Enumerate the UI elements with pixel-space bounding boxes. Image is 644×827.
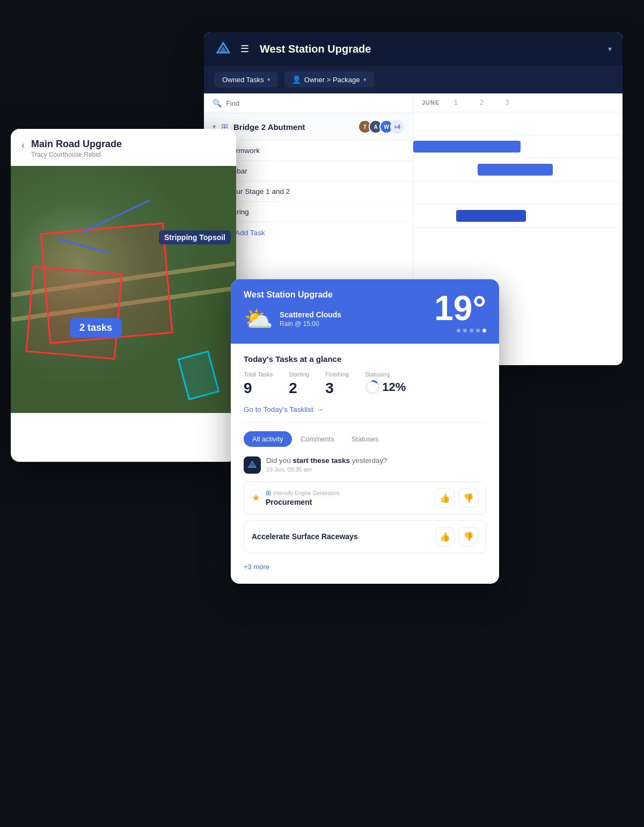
task-confirm-card: Accelerate Surface Raceways 👍 👎: [244, 520, 486, 553]
stat-label: Total Tasks: [244, 371, 273, 378]
map-card: ‹ Main Road Upgrade Tracy Courthouse Reb…: [11, 129, 236, 462]
avatar-group: T A W +4: [358, 120, 404, 134]
activity-text: Did you start these tasks yesterday?: [266, 456, 387, 465]
map-image: Stripping Topsoil 2 tasks: [11, 166, 236, 413]
group-title: Bridge 2 Abutment: [233, 122, 353, 132]
weather-temperature: 19°: [434, 291, 486, 325]
gantt-bar-row: [413, 205, 623, 228]
prompt-bold: start these tasks: [293, 456, 350, 465]
search-bar: 🔍: [204, 93, 413, 113]
add-task-label: Add Task: [235, 229, 265, 237]
stat-label: Statusing: [365, 371, 406, 378]
task-confirm-name: Procurement: [266, 498, 430, 506]
search-input[interactable]: [226, 99, 404, 107]
task-confirm-name: Accelerate Surface Raceways: [252, 532, 430, 541]
dashboard-card: West Station Upgrade ⛅ Scattered Clouds …: [231, 279, 499, 584]
avatar-count: +4: [390, 120, 404, 134]
month-label: JUNE: [422, 99, 440, 106]
dot: [457, 329, 460, 332]
tasks-badge: 2 tasks: [70, 318, 122, 338]
weather-icon: ⛅: [244, 305, 273, 333]
glance-title: Today's Tasks at a glance: [244, 354, 486, 364]
stat-value: 12%: [382, 380, 406, 394]
back-button[interactable]: ‹: [21, 140, 25, 151]
map-card-title: Main Road Upgrade: [31, 139, 122, 150]
dot: [470, 329, 473, 332]
more-link[interactable]: +3 more: [244, 558, 486, 573]
day-label: 3: [502, 99, 513, 106]
task-company: Intensify Engine Generators: [273, 490, 340, 496]
topsoil-label: Stripping Topsoil: [159, 230, 231, 244]
owner-package-chevron-icon: ▾: [363, 76, 367, 83]
owner-package-label: Owner > Package: [304, 76, 360, 84]
gantt-bar-row: [413, 182, 623, 205]
gantt-bar-row: [413, 158, 623, 182]
activity-time: 19 Jun, 09:35 am: [266, 466, 387, 473]
toolbar: Owned Tasks ▾ 👤 Owner > Package ▾: [204, 66, 623, 93]
thumbs-down-button[interactable]: 👎: [459, 527, 478, 546]
star-icon: ★: [252, 492, 260, 504]
stat-total-tasks: Total Tasks 9: [244, 371, 273, 397]
company-icon: ⊞: [266, 489, 271, 497]
company-badge: ⊞ Intensify Engine Generators: [266, 489, 430, 497]
gantt-bar: [478, 164, 553, 176]
gantt-bar: [456, 210, 526, 222]
tab-statuses[interactable]: Statuses: [343, 431, 387, 447]
arrow-icon: →: [317, 405, 324, 414]
title-chevron-icon[interactable]: ▾: [608, 45, 612, 53]
task-actions: 👍 👎: [435, 527, 478, 546]
owned-tasks-chevron-icon: ▾: [267, 76, 270, 83]
tab-all-activity[interactable]: All activity: [244, 431, 292, 447]
weather-dots: [434, 329, 486, 332]
thumbs-up-button[interactable]: 👍: [435, 488, 455, 507]
weather-desc: Scattered Clouds Rain @ 15:00: [280, 310, 341, 328]
thumbs-up-button[interactable]: 👍: [435, 527, 455, 546]
weather-left: West Station Upgrade ⛅ Scattered Clouds …: [244, 290, 341, 333]
stat-label: Finishing: [325, 371, 349, 378]
weather-rain: Rain @ 15:00: [280, 320, 341, 328]
task-confirm-info: ⊞ Intensify Engine Generators Procuremen…: [266, 489, 430, 506]
owner-package-button[interactable]: 👤 Owner > Package ▾: [284, 71, 374, 88]
progress-circle-icon: [365, 380, 380, 395]
weather-icon-area: ⛅ Scattered Clouds Rain @ 15:00: [244, 305, 341, 333]
dashboard-body: Today's Tasks at a glance Total Tasks 9 …: [231, 344, 499, 584]
red-polygon: [25, 266, 122, 360]
weather-right: 19°: [434, 291, 486, 332]
activity-prompt: Did you start these tasks yesterday? 19 …: [244, 456, 486, 474]
tasklist-link-text: Go to Today's Tasklist: [244, 405, 313, 414]
day-label: 1: [450, 99, 461, 106]
stat-value: 2: [289, 380, 309, 397]
stat-starting: Starting 2: [289, 371, 309, 397]
owned-tasks-button[interactable]: Owned Tasks ▾: [215, 72, 278, 88]
menu-icon[interactable]: ☰: [240, 43, 249, 55]
thumbs-down-button[interactable]: 👎: [459, 488, 478, 507]
tab-comments[interactable]: Comments: [292, 431, 343, 447]
map-background: Stripping Topsoil 2 tasks: [11, 166, 236, 413]
stats-row: Total Tasks 9 Starting 2 Finishing 3 Sta…: [244, 371, 486, 397]
task-confirm-info: Accelerate Surface Raceways: [252, 532, 430, 541]
map-card-info: Main Road Upgrade Tracy Courthouse Rebid: [31, 139, 122, 158]
day-labels: 1 2 3: [450, 99, 513, 106]
task-confirm-card: ★ ⊞ Intensify Engine Generators Procurem…: [244, 481, 486, 514]
search-icon: 🔍: [213, 99, 222, 107]
prompt-pre: Did you: [266, 456, 293, 465]
dot-active: [482, 329, 486, 332]
stat-label: Starting: [289, 371, 309, 378]
activity-text-block: Did you start these tasks yesterday? 19 …: [266, 456, 387, 473]
prompt-post: yesterday?: [350, 456, 387, 465]
map-card-subtitle: Tracy Courthouse Rebid: [31, 151, 122, 158]
activity-tabs: All activity Comments Statuses: [244, 431, 486, 447]
weather-banner: West Station Upgrade ⛅ Scattered Clouds …: [231, 279, 499, 344]
app-title: West Station Upgrade: [260, 43, 599, 55]
stat-percent: 12%: [365, 380, 406, 395]
stat-statusing: Statusing 12%: [365, 371, 406, 397]
gantt-rows: [413, 112, 623, 228]
gantt-bar-row: [413, 135, 623, 158]
stat-value: 3: [325, 380, 349, 397]
gantt-bar: [413, 141, 521, 153]
tasklist-link[interactable]: Go to Today's Tasklist →: [244, 405, 486, 423]
weather-project: West Station Upgrade: [244, 290, 341, 300]
app-header: ☰ West Station Upgrade ▾: [204, 32, 623, 66]
app-logo: [215, 40, 232, 57]
day-label: 2: [476, 99, 487, 106]
